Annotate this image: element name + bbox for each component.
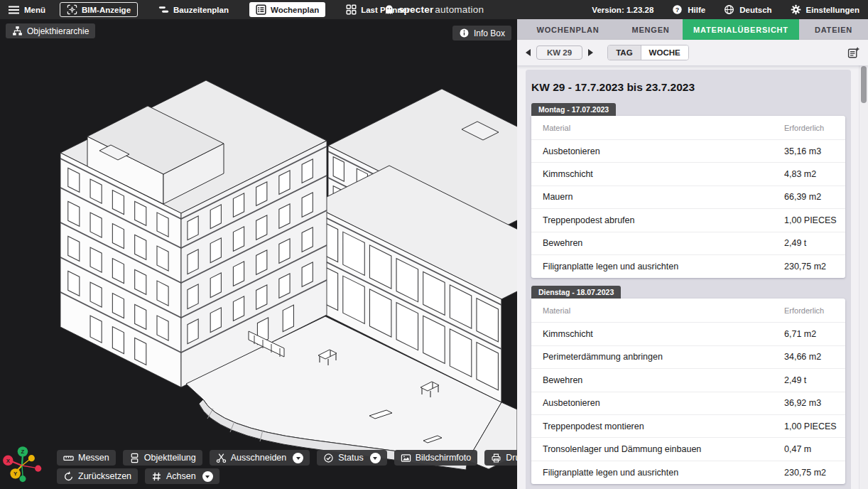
tool-label: Druckvorschau: [506, 453, 517, 463]
settings-label: Einstellungen: [806, 6, 859, 14]
toggle-tag[interactable]: TAG: [608, 45, 640, 60]
axis-z-neg-handle[interactable]: [19, 475, 26, 482]
globe-icon: [724, 4, 734, 15]
info-box-button[interactable]: Info Box: [452, 26, 511, 41]
material-cell: Mauern: [543, 192, 784, 202]
chevron-down-icon[interactable]: [293, 453, 303, 463]
panel-tabs: WOCHENPLAN MENGEN MATERIALÜBERSICHT DATE…: [517, 19, 868, 40]
axis-x-neg-handle[interactable]: [35, 466, 41, 472]
material-cell: Filigranplatte legen und ausrichten: [543, 262, 784, 272]
object-hierarchy-label: Objekthierarchie: [27, 26, 89, 36]
toggle-woche[interactable]: WOCHE: [641, 45, 688, 60]
settings-button[interactable]: Einstellungen: [791, 4, 859, 15]
tab-dateien[interactable]: DATEIEN: [799, 19, 868, 40]
scrollbar-track[interactable]: [859, 40, 868, 489]
brand-logo: specter automation: [384, 4, 484, 16]
object-split-button[interactable]: Objektteilung: [123, 450, 202, 466]
grid-icon: [346, 4, 357, 15]
required-cell: 230,75 m2: [784, 262, 835, 272]
weekplan-icon: [256, 4, 266, 15]
printer-icon: [491, 453, 501, 463]
day-section-tuesday: Dienstag - 18.07.2023 Material Erforderl…: [531, 285, 845, 484]
screenshot-button[interactable]: Bildschirmfoto: [394, 450, 478, 466]
axes-button[interactable]: Achsen: [145, 468, 219, 484]
material-cell: Bewehren: [543, 238, 784, 248]
day-badge: Dienstag - 18.07.2023: [531, 286, 621, 299]
prev-week-button[interactable]: [526, 49, 531, 56]
material-cell: Kimmschicht: [543, 169, 784, 179]
required-cell: 2,49 t: [784, 238, 835, 248]
nav-label: Wochenplan: [271, 6, 319, 14]
table-row: Ausbetonieren 35,16 m3: [531, 140, 845, 163]
info-box-label: Info Box: [474, 28, 505, 38]
nav-wochenplan-button[interactable]: Wochenplan: [249, 2, 325, 17]
gear-icon: [791, 4, 801, 15]
nav-label: Bauzeitenplan: [173, 6, 229, 14]
tab-materialuebersicht[interactable]: MATERIALÜBERSICHT: [683, 19, 799, 40]
table-header: Material Erforderlich: [531, 299, 845, 323]
chevron-down-icon[interactable]: [202, 471, 213, 482]
table-row: Treppenpodest abrufen 1,00 PIECES: [531, 209, 845, 232]
week-chip[interactable]: KW 29: [536, 45, 582, 60]
table-row: Perimeterdämmung anbringen 34,66 m2: [531, 346, 845, 369]
day-section-monday: Montag - 17.07.2023 Material Erforderlic…: [531, 102, 845, 278]
axis-x-label: X: [6, 458, 11, 464]
viewport-canvas[interactable]: [0, 19, 517, 489]
tab-mengen[interactable]: MENGEN: [619, 19, 683, 40]
print-preview-button[interactable]: Druckvorschau: [484, 450, 517, 466]
reset-icon: [63, 471, 74, 482]
table-row: Filigranplatte legen und ausrichten 230,…: [531, 461, 845, 484]
tool-label: Achsen: [166, 471, 196, 481]
svg-text:?: ?: [676, 6, 679, 14]
cut-button[interactable]: Ausschneiden: [210, 450, 310, 466]
scrollbar-thumb[interactable]: [861, 66, 867, 103]
day-week-toggle: TAG WOCHE: [607, 45, 689, 60]
tool-label: Objektteilung: [144, 453, 196, 463]
table-row: Treppenpodest montieren 1,00 PIECES: [531, 415, 845, 438]
orientation-gizmo[interactable]: Z X Y: [1, 444, 45, 488]
bim-view-icon: [67, 4, 77, 15]
nav-label: BIM-Anzeige: [82, 6, 131, 14]
menu-button[interactable]: Menü: [9, 6, 45, 14]
add-note-button[interactable]: [847, 47, 859, 59]
reset-view-button[interactable]: Zurücksetzen: [57, 468, 138, 484]
axis-y-neg-handle[interactable]: [28, 455, 35, 461]
ghost-icon: [384, 4, 394, 16]
object-hierarchy-button[interactable]: Objekthierarchie: [6, 23, 95, 38]
required-cell: 1,00 PIECES: [784, 215, 835, 225]
material-cell: Ausbetonieren: [543, 398, 784, 408]
axes-grid-icon: [151, 471, 162, 482]
status-button[interactable]: Status: [317, 450, 386, 466]
required-cell: 0,47 m: [784, 444, 835, 454]
material-cell: Bewehren: [543, 375, 784, 385]
gantt-icon: [158, 4, 169, 15]
material-cell: Ausbetonieren: [543, 146, 784, 156]
tool-label: Bildschirmfoto: [416, 453, 472, 463]
material-cell: Perimeterdämmung anbringen: [543, 352, 784, 362]
help-button[interactable]: ? Hilfe: [672, 4, 705, 15]
material-cell: Treppenpodest abrufen: [543, 215, 784, 225]
tab-wochenplan[interactable]: WOCHENPLAN: [517, 19, 619, 40]
ruler-icon: [63, 453, 74, 463]
material-cell: Treppenpodest montieren: [543, 421, 784, 431]
table-row: Tronsolenlager und Dämmung einbauen 0,47…: [531, 438, 845, 461]
next-week-button[interactable]: [588, 49, 593, 56]
language-button[interactable]: Deutsch: [724, 4, 771, 15]
column-header-material: Material: [543, 306, 784, 315]
column-header-required: Erforderlich: [784, 306, 835, 315]
table-row: Bewehren 2,49 t: [531, 369, 845, 392]
measure-button[interactable]: Messen: [57, 450, 116, 466]
table-row: Kimmschicht 6,71 m2: [531, 323, 845, 345]
note-add-icon: [847, 47, 859, 59]
table-row: Bewehren 2,49 t: [531, 232, 845, 255]
nav-bauzeitenplan-button[interactable]: Bauzeitenplan: [152, 2, 235, 17]
version-label: Version: 1.23.28: [592, 6, 653, 14]
nav-bim-anzeige-button[interactable]: BIM-Anzeige: [60, 2, 138, 17]
chevron-down-icon[interactable]: [370, 453, 381, 463]
required-cell: 6,71 m2: [784, 329, 835, 339]
material-table: Material Erforderlich Ausbetonieren 35,1…: [531, 116, 845, 278]
required-cell: 4,83 m2: [784, 169, 835, 179]
material-cell: Kimmschicht: [543, 329, 784, 339]
table-row: Filigranplatte legen und ausrichten 230,…: [531, 255, 845, 278]
required-cell: 1,00 PIECES: [784, 421, 835, 431]
